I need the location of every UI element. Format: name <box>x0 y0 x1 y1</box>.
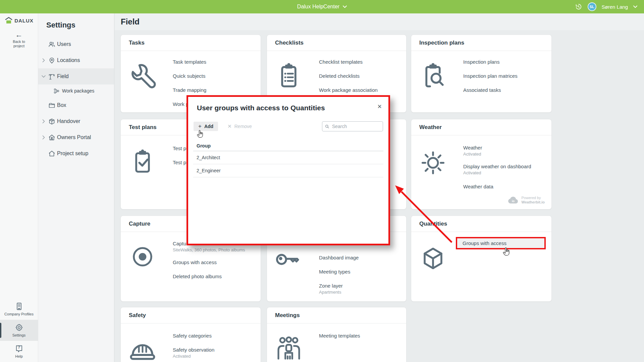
dalux-logo-icon <box>4 17 13 24</box>
card-safety: Safety Safety categories Safety observat… <box>120 307 261 362</box>
owners-portal-icon <box>48 134 55 141</box>
nav-label: Project setup <box>57 150 88 157</box>
groups-with-access-link[interactable]: Groups with access <box>457 238 544 248</box>
card-link[interactable]: Safety categories <box>173 333 214 347</box>
groups-table: Group 2_Architect 2_Engineer <box>193 140 383 177</box>
weatherbit-cloud-icon: io <box>507 196 519 204</box>
card-link[interactable]: Deleted checklists <box>319 73 378 87</box>
crane-icon <box>48 73 55 80</box>
table-row[interactable]: 2_Architect <box>193 151 383 164</box>
map-pin-icon <box>48 57 55 64</box>
card-weather: Weather WeatherActivated Display weather… <box>411 119 552 209</box>
card-quantities: Quantities Groups with access <box>411 216 552 302</box>
card-title: Tasks <box>121 35 261 51</box>
nav-item-users[interactable]: Users <box>38 36 114 52</box>
remove-button[interactable]: ✕ Remove <box>227 123 252 129</box>
rail-label: Settings <box>12 333 26 337</box>
rail-label: Help <box>15 354 23 358</box>
rail-label: Company Profiles <box>4 312 34 316</box>
card-link[interactable]: Groups with access <box>173 259 245 274</box>
card-link[interactable]: WeatherActivated <box>463 145 531 164</box>
close-icon[interactable]: × <box>377 103 382 110</box>
nav-label: Work packages <box>62 88 94 94</box>
search-input[interactable] <box>331 123 380 129</box>
svg-text:io: io <box>512 199 515 203</box>
page-title: Field <box>115 13 644 30</box>
card-title: Weather <box>411 119 551 135</box>
app-title: Dalux HelpCenter <box>297 4 339 10</box>
annotation-highlight-box: Groups with access <box>456 237 546 249</box>
top-bar: Dalux HelpCenter SL Søren Lang <box>0 0 644 13</box>
nav-label: Box <box>57 102 66 108</box>
user-groups-modal: User groups with access to Quantities × … <box>186 95 390 245</box>
card-link[interactable]: Associated tasks <box>463 87 518 101</box>
nav-item-field[interactable]: Field <box>38 68 114 84</box>
card-title: Meetings <box>267 307 406 323</box>
card-link[interactable]: Dashboard image <box>319 255 359 269</box>
card-link[interactable]: Safety observationActivated <box>173 347 214 362</box>
card-link[interactable]: Inspection plans <box>463 59 518 73</box>
chevron-right-icon <box>42 58 45 62</box>
settings-nav-panel: Settings Users Locations Field Work pack… <box>38 13 114 362</box>
gear-icon <box>15 323 23 332</box>
box-folder-icon <box>48 102 55 109</box>
nav-item-locations[interactable]: Locations <box>38 52 114 68</box>
nav-item-handover[interactable]: Handover <box>38 113 114 129</box>
search-box[interactable] <box>322 121 383 131</box>
back-arrow-icon: ← <box>13 32 25 38</box>
card-link[interactable]: Inspection plan matrices <box>463 73 518 87</box>
question-mark-glyph: ? <box>15 345 23 349</box>
avatar[interactable]: SL <box>588 2 596 11</box>
remove-x-icon: ✕ <box>227 123 232 129</box>
settings-panel-title: Settings <box>38 13 114 36</box>
key-icon <box>274 249 304 269</box>
nav-label: Users <box>57 41 71 47</box>
chevron-right-icon <box>42 135 45 139</box>
card-link[interactable]: Task templates <box>173 59 206 73</box>
history-icon[interactable] <box>575 3 582 10</box>
chevron-right-icon <box>42 119 45 123</box>
cube-icon <box>419 244 447 273</box>
dalux-logo[interactable]: DALUX <box>4 17 34 24</box>
weatherbit-badge: io Powered byWeatherbit.io <box>507 196 545 204</box>
card-link[interactable]: Test pl <box>173 160 187 174</box>
table-row[interactable]: 2_Engineer <box>193 164 383 177</box>
package-icon <box>48 118 55 125</box>
capture-lens-icon <box>128 243 157 271</box>
chevron-down-icon <box>343 5 347 8</box>
card-title: Quantities <box>411 216 551 232</box>
user-name: Søren Lang <box>602 4 628 10</box>
card-link[interactable]: Meeting types <box>319 269 359 283</box>
card-link[interactable]: Test pl <box>173 145 187 160</box>
card-link[interactable]: Deleted photo albums <box>173 274 245 288</box>
card-link[interactable]: Display weather on dashboardActivated <box>463 164 531 184</box>
project-switcher[interactable]: Dalux HelpCenter <box>297 4 347 10</box>
card-link[interactable]: Meeting templates <box>319 333 360 347</box>
add-button[interactable]: + Add <box>194 122 218 131</box>
nav-item-box[interactable]: Box <box>38 97 114 113</box>
card-link[interactable]: Checklist templates <box>319 59 378 73</box>
work-packages-icon <box>54 88 59 94</box>
meeting-people-icon <box>274 335 303 362</box>
rail-item-settings[interactable]: Settings <box>0 320 38 341</box>
card-meetings: Meetings Meeting templates <box>267 307 407 362</box>
card-link[interactable]: Quick subjects <box>173 73 206 87</box>
nav-label: Owners Portal <box>57 134 91 140</box>
back-to-project-button[interactable]: ← Back to project <box>13 32 25 48</box>
card-link[interactable]: Zone layerApartments <box>319 283 359 302</box>
column-header-group: Group <box>193 140 383 151</box>
card-title: Safety <box>121 307 261 323</box>
building-icon <box>15 302 23 311</box>
modal-toolbar: + Add ✕ Remove <box>194 121 383 132</box>
card-title: Inspection plans <box>411 35 551 51</box>
sun-icon <box>418 147 448 178</box>
nav-item-owners-portal[interactable]: Owners Portal <box>38 129 114 145</box>
nav-item-work-packages[interactable]: Work packages <box>38 84 114 97</box>
nav-label: Field <box>57 73 69 79</box>
modal-title: User groups with access to Quantities <box>197 104 325 112</box>
rail-item-help[interactable]: ? Help <box>0 341 38 362</box>
chevron-down-icon[interactable] <box>633 5 637 8</box>
nav-item-project-setup[interactable]: Project setup <box>38 145 114 162</box>
card-inspection-plans: Inspection plans Inspection plans Inspec… <box>411 35 552 113</box>
rail-item-company-profiles[interactable]: Company Profiles <box>0 299 38 320</box>
